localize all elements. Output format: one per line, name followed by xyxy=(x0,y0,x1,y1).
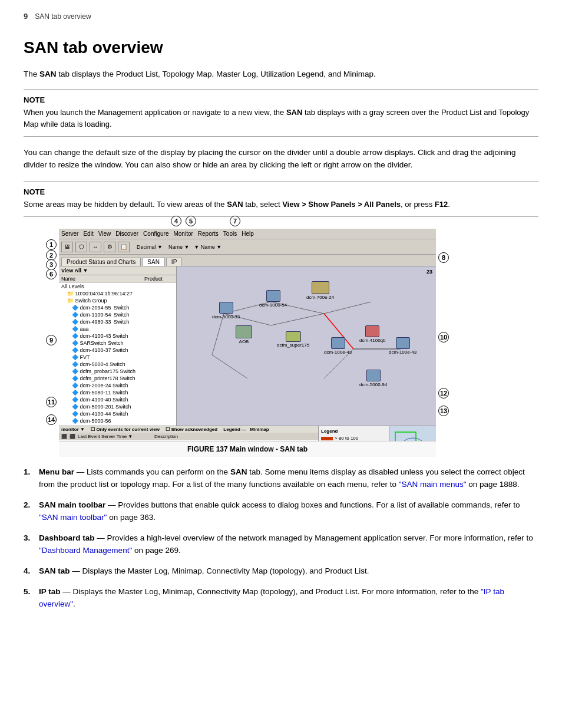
legend-title: Legend xyxy=(321,429,386,434)
legend-label: Legend — xyxy=(223,427,246,432)
tree-switch-group: 📁 Switch Group xyxy=(59,297,176,304)
product-list-header: View All ▼ xyxy=(59,266,176,275)
tree-dcm1100: 🔷 dcm-1100-54 Switch xyxy=(59,311,176,318)
tree-root-node: 📁 10:00:04:04:1b:96:14:27 xyxy=(59,290,176,297)
item-num-4: 4. xyxy=(24,565,33,578)
log-current-view: ☐ Only events for current view xyxy=(91,427,160,432)
list-item-2: 2. SAN main toolbar — Provides buttons t… xyxy=(24,499,538,524)
tree-dcfm-probar: 🔷 dcfm_probar175 Switch xyxy=(59,368,176,375)
header-section-title: SAN tab overview xyxy=(35,12,91,21)
minimap-svg xyxy=(389,426,436,441)
col-description: Description xyxy=(154,434,178,439)
view-all-label: View All ▼ xyxy=(61,268,88,274)
item-text-4: SAN tab — Displays the Master Log, Minim… xyxy=(39,565,538,578)
intro-paragraph1: The SAN tab displays the Product List, T… xyxy=(24,68,538,81)
item-num-1: 1. xyxy=(24,466,33,491)
svg-line-9 xyxy=(212,355,247,378)
product-list-panel: View All ▼ Name Product All Levels 📁 10:… xyxy=(59,266,177,426)
node-dcm100e-43: dcm-100e-43 xyxy=(324,337,352,355)
tree-dcm4100-40: 🔷 dcm-4100-40 Switch xyxy=(59,396,176,403)
menu-reports: Reports xyxy=(198,230,219,237)
item-list: 1. Menu bar — Lists commands you can per… xyxy=(24,466,538,610)
callout-10: 10 xyxy=(438,332,449,342)
callout-7: 7 xyxy=(230,216,240,226)
menu-tools: Tools xyxy=(223,230,237,237)
list-item-1: 1. Menu bar — Lists commands you can per… xyxy=(24,466,538,491)
item-text-5: IP tab — Displays the Master Log, Minima… xyxy=(39,586,538,611)
toolbar-btn-4: ⚙ xyxy=(104,242,115,252)
page-title: SAN tab overview xyxy=(24,38,538,57)
log-row-1: 🔵 🔵 Tue Jun 18 2013 12:50:32 PDT Event l… xyxy=(59,440,318,441)
win-toolbar: 🖥 ⬡ ↔ ⚙ 📋 Decimal ▼ Name ▼ ▼ Name ▼ xyxy=(59,239,436,255)
note-label-1: NOTE xyxy=(24,95,538,104)
tree-dcm5000-56: 🔷 dcm-5000-56 xyxy=(59,417,176,424)
svg-line-8 xyxy=(212,314,224,355)
tree-dcm4100-44: 🔷 dcm-4100-44 Switch xyxy=(59,410,176,417)
note-text-1: When you launch the Management applicati… xyxy=(24,107,538,130)
item-text-2: SAN main toolbar — Provides buttons that… xyxy=(39,499,538,524)
col-event-server-time: Last Event Server Time ▼ xyxy=(78,434,154,439)
log-header: monitor ▼ ☐ Only events for current view… xyxy=(59,426,318,433)
figure-screenshot: Server Edit View Discover Configure Moni… xyxy=(59,229,436,441)
list-item-3: 3. Dashboard tab — Provides a high-level… xyxy=(24,532,538,557)
win-content: View All ▼ Name Product All Levels 📁 10:… xyxy=(59,266,436,426)
col-name: Name xyxy=(61,276,144,282)
log-show-ack: ☐ Show acknowledged xyxy=(166,427,217,432)
col-ack: ⬛ xyxy=(70,434,78,439)
page-number: 9 xyxy=(24,12,28,21)
col-product: Product xyxy=(144,276,174,282)
log-filter: monitor ▼ xyxy=(61,427,85,432)
callout-11: 11 xyxy=(46,397,57,407)
figure-caption: FIGURE 137 Main window - SAN tab xyxy=(59,441,436,457)
toolbar-btn-3: ↔ xyxy=(90,242,101,252)
menu-configure: Configure xyxy=(143,230,168,237)
callout-8: 8 xyxy=(438,252,449,263)
item-num-3: 3. xyxy=(24,532,33,557)
item-text-1: Menu bar — Lists commands you can perfor… xyxy=(39,466,538,491)
tree-dcm4100-43: 🔷 dcm-4100-43 Switch xyxy=(59,332,176,340)
figure-container: 1 2 3 6 9 11 14 8 10 12 13 4 5 7 Server … xyxy=(59,229,436,457)
tree-dcm4980: 🔷 dcm-4980-33 Switch xyxy=(59,318,176,325)
legend-panel: Legend > 80 to 100 > 60 to 80 > 1 to 40 … xyxy=(318,426,389,441)
tree-dcm2094: 🔷 dcm-2094-55 Switch xyxy=(59,304,176,311)
note-box-1: NOTE When you launch the Management appl… xyxy=(24,89,538,137)
topology-map: 23 dcm-5000-3 xyxy=(177,266,436,426)
tree-dcm5080-11: 🔷 dcm-5080-11 Switch xyxy=(59,389,176,396)
svg-rect-10 xyxy=(389,426,436,441)
minimap-panel xyxy=(389,426,436,441)
tree-dcm200e-24: 🔷 dcm-200e-24 Switch xyxy=(59,382,176,389)
tree-dcm5000-4: 🔷 dcm-5000-4 Switch xyxy=(59,361,176,368)
callout-1: 1 xyxy=(46,239,57,250)
log-panel: monitor ▼ ☐ Only events for current view… xyxy=(59,426,318,441)
win-tabs: Product Status and Charts SAN IP xyxy=(59,255,436,266)
win-menubar: Server Edit View Discover Configure Moni… xyxy=(59,229,436,239)
menu-view: View xyxy=(98,230,111,237)
note-box-2: NOTE Some areas may be hidden by default… xyxy=(24,181,538,217)
node-dcm5000-33: dcm-5000-33 xyxy=(212,302,240,319)
item-num-5: 5. xyxy=(24,586,33,611)
node-dcm9000-54: dcm-9000-54 xyxy=(259,290,287,308)
tab-san: SAN xyxy=(142,258,165,266)
menu-help: Help xyxy=(242,230,254,237)
node-dcm5000-94: dcm-5000-94 xyxy=(359,370,387,387)
body-text-1: You can change the default size of the d… xyxy=(24,146,538,172)
note-label-2: NOTE xyxy=(24,187,538,196)
tab-dashboard: Product Status and Charts xyxy=(61,258,141,266)
tree-dcm4100-37: 🔷 dcm-4100-37 Switch xyxy=(59,347,176,354)
tree-all-levels: All Levels xyxy=(59,283,176,290)
callout-4: 4 xyxy=(171,216,181,226)
callout-5: 5 xyxy=(186,216,196,226)
tree-sarswitch: 🔷 SARSwitch Switch xyxy=(59,340,176,347)
item-text-3: Dashboard tab — Provides a high-level ov… xyxy=(39,532,538,557)
node-dcm100-43: dcm-100e-43 xyxy=(389,337,416,355)
svg-line-4 xyxy=(324,302,371,314)
win-bottom-panels: monitor ▼ ☐ Only events for current view… xyxy=(59,426,436,441)
svg-line-3 xyxy=(271,314,324,325)
note-text-2: Some areas may be hidden by default. To … xyxy=(24,199,538,210)
node-dcm4100qs: dcm-4100qb xyxy=(359,325,385,343)
tree-dcfm-printer: 🔷 dcfm_printer178 Switch xyxy=(59,375,176,382)
menu-monitor: Monitor xyxy=(173,230,193,237)
minimap-label: Minimap xyxy=(250,427,269,432)
callout-6: 6 xyxy=(46,269,57,279)
node-dcfm-super175: dcfm_super175 xyxy=(277,331,309,348)
